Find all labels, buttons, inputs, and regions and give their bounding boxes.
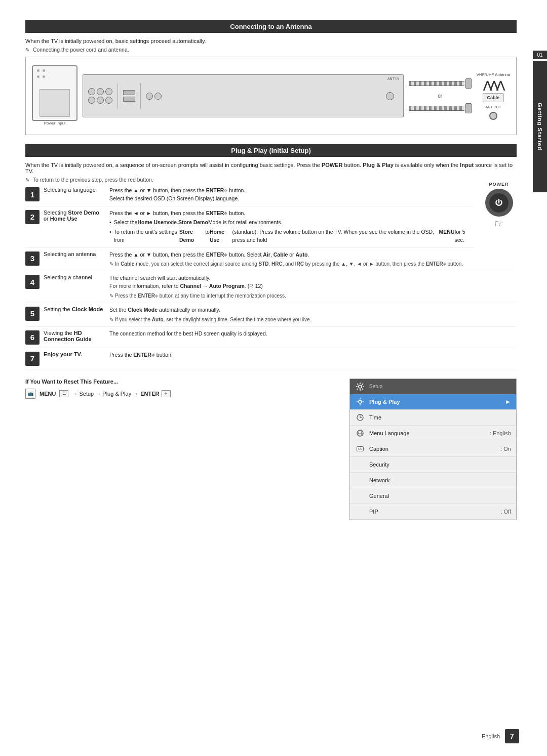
vhf-uhf-label: VHF/UHF Antenna bbox=[477, 72, 510, 77]
step-6-content: The connection method for the best HD sc… bbox=[109, 330, 517, 338]
step-2-number: 2 bbox=[25, 210, 40, 224]
step-7-label: Enjoy your TV. bbox=[44, 351, 109, 357]
step-4-content: The channel search will start automatica… bbox=[109, 274, 517, 300]
osd-pip-value: : Off bbox=[500, 509, 511, 515]
ant-in-label: ANT IN bbox=[387, 77, 399, 80]
power-input-label: Power Input bbox=[44, 121, 66, 125]
step-6-number: 6 bbox=[25, 330, 40, 345]
osd-network-label: Network bbox=[369, 477, 511, 483]
osd-security-label: Security bbox=[369, 461, 511, 468]
main-content: Connecting to an Antenna When the TV is … bbox=[0, 0, 547, 756]
osd-pip-icon bbox=[355, 507, 365, 517]
ant-out-port bbox=[489, 112, 497, 120]
step-1-content: Press the ▲ or ▼ button, then press the … bbox=[109, 187, 474, 203]
osd-row-general: General bbox=[350, 488, 516, 504]
page-number: 7 bbox=[505, 729, 519, 743]
globe-icon bbox=[356, 429, 364, 437]
cable-box: Cable bbox=[483, 93, 504, 102]
step-4-number: 4 bbox=[25, 275, 40, 289]
svg-point-10 bbox=[359, 400, 362, 403]
power-button-inner bbox=[489, 193, 509, 213]
step-3-content: Press the ▲ or ▼ button, then press the … bbox=[109, 251, 517, 268]
power-symbol-icon bbox=[494, 198, 504, 208]
antenna-note: Connecting the power cord and antenna. bbox=[25, 47, 517, 53]
svg-line-7 bbox=[362, 388, 363, 389]
step-2-row: 2 Selecting Store Demoor Home Use Press … bbox=[25, 209, 474, 248]
osd-security-icon bbox=[355, 459, 365, 470]
osd-time-label: Time bbox=[369, 414, 511, 421]
osd-row-time: Time bbox=[350, 410, 516, 426]
reset-section: Setup bbox=[25, 379, 517, 520]
osd-menu-language-value: : English bbox=[490, 430, 511, 436]
setup-icon bbox=[356, 382, 365, 391]
step-6-row: 6 Viewing the HD Connection Guide The co… bbox=[25, 330, 517, 348]
plug-play-note: To return to the previous step, press th… bbox=[25, 177, 517, 183]
reset-instruction: 📺 MENU ☷ → Setup → Plug & Play → ENTER ⎆ bbox=[25, 389, 342, 399]
osd-network-icon bbox=[355, 475, 365, 485]
step-3-row: 3 Selecting an antenna Press the ▲ or ▼ … bbox=[25, 251, 517, 272]
page-wrapper: Getting Started 01 Connecting to an Ante… bbox=[0, 0, 547, 756]
osd-menu-language-label: Menu Language bbox=[369, 430, 490, 436]
osd-caption-label: Caption bbox=[369, 446, 500, 452]
osd-menu-lang-icon bbox=[355, 428, 365, 438]
osd-row-plug-play: Plug & Play ► bbox=[350, 394, 516, 410]
step-5-label: Setting the Clock Mode bbox=[44, 306, 109, 312]
osd-row-caption: CC Caption : On bbox=[350, 441, 516, 457]
plug-play-intro: When the TV is initially powered on, a s… bbox=[25, 162, 517, 174]
step-2-content: Press the ◄ or ► button, then press the … bbox=[109, 209, 474, 244]
osd-setup-label: Setup bbox=[369, 384, 511, 389]
antenna-zigzag: ⋀⋀⋀ bbox=[483, 80, 503, 90]
hand-pointing-icon: ☞ bbox=[481, 218, 517, 230]
power-button-circle bbox=[485, 189, 513, 217]
osd-general-label: General bbox=[369, 493, 511, 499]
or-label: or bbox=[438, 93, 442, 99]
cable-label: Cable bbox=[487, 95, 500, 100]
osd-row-pip: PIP : Off bbox=[350, 504, 516, 520]
step-7-number: 7 bbox=[25, 352, 40, 366]
osd-plug-play-label: Plug & Play bbox=[369, 399, 505, 405]
step-4-label: Selecting a channel bbox=[44, 274, 109, 280]
clock-icon bbox=[356, 413, 364, 422]
osd-header-icon bbox=[355, 382, 365, 392]
step-5-number: 5 bbox=[25, 307, 40, 321]
plug-play-title: Plug & Play (Initial Setup) bbox=[231, 147, 310, 154]
osd-row-network: Network bbox=[350, 473, 516, 488]
step-5-row: 5 Setting the Clock Mode Set the Clock M… bbox=[25, 306, 517, 327]
power-illustration: POWER ☞ bbox=[481, 182, 517, 230]
step-1-label: Selecting a language bbox=[44, 187, 109, 193]
step-7-content: Press the ENTER⎆ button. bbox=[109, 351, 517, 359]
svg-line-8 bbox=[362, 384, 363, 385]
step-5-note: If you select the Auto, set the daylight… bbox=[109, 316, 517, 323]
antenna-diagram: Power Input bbox=[25, 57, 517, 135]
tv-illustration bbox=[32, 65, 77, 121]
osd-row-menu-language: Menu Language : English bbox=[350, 426, 516, 441]
osd-header: Setup bbox=[350, 379, 516, 394]
antenna-title: Connecting to an Antenna bbox=[230, 23, 311, 30]
svg-line-9 bbox=[357, 388, 358, 389]
osd-plug-play-arrow: ► bbox=[505, 398, 511, 405]
antenna-section-header: Connecting to an Antenna bbox=[25, 20, 517, 33]
footer-language: English bbox=[482, 733, 500, 739]
arrow-setup: → Setup → Plug & Play → bbox=[72, 391, 138, 397]
step-4-row: 4 Selecting a channel The channel search… bbox=[25, 274, 517, 303]
step-1-row: 1 Selecting a language Press the ▲ or ▼ … bbox=[25, 187, 474, 206]
osd-caption-value: : On bbox=[500, 446, 511, 452]
svg-line-6 bbox=[357, 384, 358, 385]
antenna-intro: When the TV is initially powered on, bas… bbox=[25, 38, 517, 44]
step-3-note: In Cable mode, you can select the correc… bbox=[109, 260, 517, 268]
osd-plug-play-icon bbox=[355, 397, 365, 407]
power-label: POWER bbox=[481, 182, 517, 187]
menu-button-label: MENU bbox=[40, 391, 56, 397]
osd-time-icon bbox=[355, 412, 365, 423]
chapter-number: 01 bbox=[533, 51, 547, 59]
gear-icon bbox=[356, 398, 364, 406]
enter-button-label: ENTER bbox=[140, 391, 159, 397]
antenna-section: Connecting to an Antenna When the TV is … bbox=[25, 20, 517, 135]
step-1-number: 1 bbox=[25, 187, 40, 201]
step-3-number: 3 bbox=[25, 251, 40, 266]
chapter-tab: Getting Started bbox=[533, 61, 547, 192]
ant-out-label: ANT OUT bbox=[486, 105, 501, 109]
step-6-label: Viewing the HD Connection Guide bbox=[44, 330, 109, 342]
step-3-label: Selecting an antenna bbox=[44, 251, 109, 257]
osd-caption-icon: CC bbox=[355, 444, 365, 454]
